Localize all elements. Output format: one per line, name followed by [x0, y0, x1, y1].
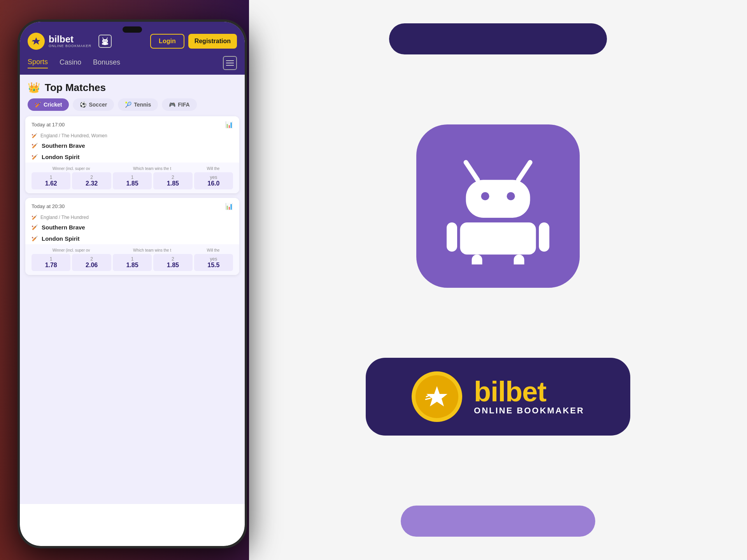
match-2-odds-labels: Winner (incl. super ov Which team wins t… [32, 248, 233, 252]
bilbet-text-group: bilbet ONLINE BOOKMAKER [474, 378, 584, 416]
match-2-odds-row: 1 1.78 2 2.06 1 1.85 [32, 254, 233, 271]
odds-1-5[interactable]: yes 16.0 [194, 172, 233, 189]
tab-casino[interactable]: Casino [60, 58, 81, 68]
match-1-team2-name: London Spirit [42, 154, 79, 160]
match-1-odds: Winner (incl. super ov Which team wins t… [25, 163, 239, 193]
match-2-team2: 🏏 London Spirit [25, 233, 239, 244]
logo-group: bilbet ONLINE BOOKMAKER [28, 33, 112, 50]
match-1-team1-name: Southern Brave [42, 142, 85, 149]
odds-2-3-val: 1.85 [114, 262, 150, 269]
bilbet-coin [412, 371, 462, 422]
svg-point-4 [507, 192, 515, 200]
odds-1-1[interactable]: 1 1.62 [32, 172, 70, 189]
section-title: 👑 Top Matches [20, 75, 245, 98]
android-icon-container [416, 124, 580, 288]
svg-rect-9 [514, 255, 524, 265]
match-2-header: Today at 20:30 📊 [25, 198, 239, 213]
odds-2-1-num: 1 [33, 256, 69, 262]
nav-tabs: Sports Casino Bonuses [20, 56, 245, 75]
odds-1-5-val: 16.0 [196, 180, 231, 187]
soccer-icon: ⚽ [80, 102, 86, 108]
odds-1-2-val: 2.32 [74, 180, 109, 187]
odds-1-4-val: 1.85 [155, 180, 191, 187]
odds-2-label-will: Will the [193, 248, 233, 252]
bilbet-star-icon [423, 383, 451, 410]
odds-2-4[interactable]: 2 1.85 [153, 254, 192, 271]
odds-1-2-num: 2 [74, 175, 109, 180]
sport-chip-cricket[interactable]: 🏏 Cricket [28, 98, 69, 111]
phone-screen: bilbet ONLINE BOOKMAKER [20, 22, 245, 546]
tennis-icon: 🎾 [125, 102, 132, 108]
odds-1-1-val: 1.62 [33, 180, 69, 187]
svg-rect-20 [105, 45, 107, 45]
crown-icon: 👑 [28, 82, 40, 94]
odds-1-3-num: 1 [114, 175, 150, 180]
match-1-chart-icon[interactable]: 📊 [225, 121, 233, 128]
sport-chip-tennis[interactable]: 🎾 Tennis [118, 98, 158, 111]
menu-line-1 [226, 60, 234, 61]
tab-sports[interactable]: Sports [28, 58, 48, 68]
match-card-1: Today at 17:00 📊 🏏 England / The Hundred… [25, 116, 239, 193]
cricket-label: Cricket [44, 102, 62, 108]
odds-label-which: Which team wins the t [112, 166, 192, 171]
android-icon [440, 148, 556, 264]
tab-bonuses[interactable]: Bonuses [93, 58, 120, 68]
match-1-odds-row: 1 1.62 2 2.32 1 1.85 [32, 172, 233, 189]
logo-name: bilbet [49, 35, 91, 44]
odds-1-3[interactable]: 1 1.85 [113, 172, 152, 189]
cricket-mini-icon: 🏏 [32, 133, 37, 138]
svg-rect-2 [466, 180, 530, 218]
svg-rect-8 [472, 255, 482, 265]
odds-1-2[interactable]: 2 2.32 [72, 172, 111, 189]
sport-chip-fifa[interactable]: 🎮 FIFA [162, 98, 196, 111]
svg-point-15 [105, 40, 106, 41]
odds-2-2-num: 2 [74, 256, 109, 262]
match-1-odds-labels: Winner (incl. super ov Which team wins t… [32, 166, 233, 171]
odds-2-1[interactable]: 1 1.78 [32, 254, 70, 271]
odds-2-label-which: Which team wins the t [112, 248, 192, 252]
match-1-league: 🏏 England / The Hundred, Women [25, 131, 239, 140]
svg-rect-18 [103, 43, 107, 45]
odds-2-2[interactable]: 2 2.06 [72, 254, 111, 271]
match-2-odds: Winner (incl. super ov Which team wins t… [25, 244, 239, 275]
team1-icon: 🏏 [32, 143, 38, 149]
sport-chip-soccer[interactable]: ⚽ Soccer [73, 98, 114, 111]
android-badge[interactable] [98, 35, 112, 48]
match-2-league: 🏏 England / The Hundred [25, 213, 239, 222]
phone-outer: bilbet ONLINE BOOKMAKER [18, 19, 247, 548]
hamburger-menu[interactable] [223, 56, 237, 70]
cricket-icon: 🏏 [35, 102, 41, 108]
team1-2-icon: 🏏 [32, 224, 38, 230]
fifa-icon: 🎮 [169, 102, 175, 108]
app-content-wrapper: bilbet ONLINE BOOKMAKER [20, 22, 245, 504]
svg-point-14 [103, 40, 104, 41]
odds-2-label-winner: Winner (incl. super ov [32, 248, 111, 252]
match-1-team1: 🏏 Southern Brave [25, 140, 239, 151]
odds-1-1-num: 1 [33, 175, 69, 180]
register-button[interactable]: Registration [188, 34, 237, 49]
odds-2-3[interactable]: 1 1.85 [113, 254, 152, 271]
odds-label-will: Will the [193, 166, 233, 171]
logo-icon [28, 33, 45, 50]
odds-2-5[interactable]: yes 15.5 [194, 254, 233, 271]
odds-1-4[interactable]: 2 1.85 [153, 172, 192, 189]
menu-line-3 [226, 65, 234, 66]
right-panel: bilbet ONLINE BOOKMAKER [249, 0, 747, 560]
team2-2-icon: 🏏 [32, 236, 38, 242]
svg-line-0 [466, 163, 478, 180]
odds-2-4-num: 2 [155, 256, 191, 262]
match-2-team1-name: Southern Brave [42, 224, 85, 231]
login-button[interactable]: Login [150, 34, 184, 49]
match-1-header: Today at 17:00 📊 [25, 116, 239, 131]
logo-sub: ONLINE BOOKMAKER [49, 44, 91, 48]
svg-line-11 [103, 38, 103, 39]
svg-point-3 [481, 192, 489, 200]
odds-2-5-val: 15.5 [196, 262, 231, 269]
odds-2-1-val: 1.78 [33, 262, 69, 269]
cricket-mini-icon-2: 🏏 [32, 215, 37, 220]
odds-label-winner: Winner (incl. super ov [32, 166, 111, 171]
match-2-chart-icon[interactable]: 📊 [225, 203, 233, 210]
svg-line-12 [107, 38, 107, 39]
match-1-league-text: England / The Hundred, Women [40, 133, 107, 138]
svg-rect-13 [102, 39, 108, 43]
